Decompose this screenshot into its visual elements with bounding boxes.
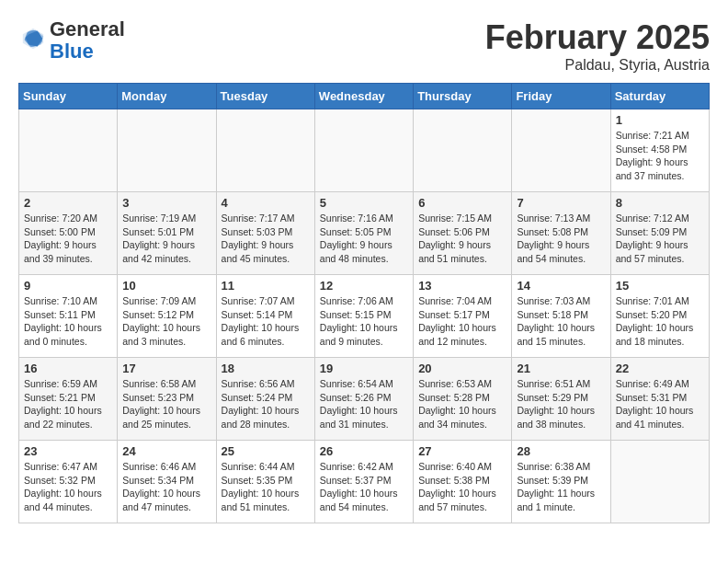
calendar-cell: 14Sunrise: 7:03 AM Sunset: 5:18 PM Dayli… <box>512 275 610 358</box>
calendar-week-row: 23Sunrise: 6:47 AM Sunset: 5:32 PM Dayli… <box>19 441 710 523</box>
calendar-cell: 28Sunrise: 6:38 AM Sunset: 5:39 PM Dayli… <box>512 441 610 523</box>
day-number: 28 <box>517 444 605 458</box>
day-number: 14 <box>517 279 605 293</box>
calendar-cell: 19Sunrise: 6:54 AM Sunset: 5:26 PM Dayli… <box>314 358 413 441</box>
day-info: Sunrise: 7:13 AM Sunset: 5:08 PM Dayligh… <box>517 212 605 266</box>
day-number: 15 <box>616 279 704 293</box>
day-info: Sunrise: 7:12 AM Sunset: 5:09 PM Dayligh… <box>616 212 704 266</box>
day-info: Sunrise: 7:06 AM Sunset: 5:15 PM Dayligh… <box>320 294 408 349</box>
header-monday: Monday <box>118 84 216 109</box>
calendar-cell: 20Sunrise: 6:53 AM Sunset: 5:28 PM Dayli… <box>414 358 512 441</box>
day-info: Sunrise: 6:49 AM Sunset: 5:31 PM Dayligh… <box>616 377 704 431</box>
day-number: 19 <box>320 362 408 375</box>
day-info: Sunrise: 6:47 AM Sunset: 5:32 PM Dayligh… <box>24 460 112 514</box>
calendar-cell <box>216 109 314 192</box>
calendar-cell <box>610 441 709 523</box>
day-info: Sunrise: 7:21 AM Sunset: 4:58 PM Dayligh… <box>616 129 704 183</box>
day-info: Sunrise: 7:16 AM Sunset: 5:05 PM Dayligh… <box>320 212 408 266</box>
header-sunday: Sunday <box>19 84 118 109</box>
location-title: Paldau, Styria, Austria <box>485 57 710 74</box>
logo-blue-text: Blue <box>50 40 94 63</box>
day-number: 21 <box>517 362 605 375</box>
header-saturday: Saturday <box>610 84 709 109</box>
calendar-cell <box>414 109 512 192</box>
calendar-cell: 3Sunrise: 7:19 AM Sunset: 5:01 PM Daylig… <box>118 192 216 275</box>
day-info: Sunrise: 7:19 AM Sunset: 5:01 PM Dayligh… <box>122 212 210 266</box>
calendar-cell: 2Sunrise: 7:20 AM Sunset: 5:00 PM Daylig… <box>19 192 118 275</box>
calendar-cell <box>512 109 610 192</box>
calendar-cell: 15Sunrise: 7:01 AM Sunset: 5:20 PM Dayli… <box>610 275 709 358</box>
day-info: Sunrise: 6:51 AM Sunset: 5:29 PM Dayligh… <box>517 377 605 431</box>
day-info: Sunrise: 7:07 AM Sunset: 5:14 PM Dayligh… <box>222 294 310 349</box>
day-number: 11 <box>222 279 310 293</box>
calendar-cell <box>314 109 413 192</box>
day-info: Sunrise: 7:20 AM Sunset: 5:00 PM Dayligh… <box>24 212 112 266</box>
calendar-cell: 24Sunrise: 6:46 AM Sunset: 5:34 PM Dayli… <box>118 441 216 523</box>
day-info: Sunrise: 7:17 AM Sunset: 5:03 PM Dayligh… <box>222 212 310 266</box>
calendar-cell <box>19 109 118 192</box>
header-tuesday: Tuesday <box>216 84 314 109</box>
day-info: Sunrise: 6:38 AM Sunset: 5:39 PM Dayligh… <box>517 460 605 514</box>
day-number: 13 <box>418 279 506 293</box>
day-number: 1 <box>616 113 704 127</box>
day-number: 3 <box>122 196 210 210</box>
calendar-cell: 5Sunrise: 7:16 AM Sunset: 5:05 PM Daylig… <box>314 192 413 275</box>
calendar-cell: 23Sunrise: 6:47 AM Sunset: 5:32 PM Dayli… <box>19 441 118 523</box>
calendar-week-row: 1Sunrise: 7:21 AM Sunset: 4:58 PM Daylig… <box>19 109 710 192</box>
day-number: 22 <box>616 362 704 375</box>
day-number: 9 <box>24 279 112 293</box>
day-number: 27 <box>418 444 506 458</box>
day-number: 24 <box>122 444 210 458</box>
day-info: Sunrise: 7:03 AM Sunset: 5:18 PM Dayligh… <box>517 294 605 349</box>
calendar-cell <box>118 109 216 192</box>
calendar-week-row: 9Sunrise: 7:10 AM Sunset: 5:11 PM Daylig… <box>19 275 710 358</box>
day-info: Sunrise: 7:10 AM Sunset: 5:11 PM Dayligh… <box>24 294 112 349</box>
calendar-cell: 11Sunrise: 7:07 AM Sunset: 5:14 PM Dayli… <box>216 275 314 358</box>
calendar-cell: 8Sunrise: 7:12 AM Sunset: 5:09 PM Daylig… <box>610 192 709 275</box>
calendar-week-row: 16Sunrise: 6:59 AM Sunset: 5:21 PM Dayli… <box>19 358 710 441</box>
calendar-cell: 26Sunrise: 6:42 AM Sunset: 5:37 PM Dayli… <box>314 441 413 523</box>
calendar-cell: 18Sunrise: 6:56 AM Sunset: 5:24 PM Dayli… <box>216 358 314 441</box>
calendar-cell: 17Sunrise: 6:58 AM Sunset: 5:23 PM Dayli… <box>118 358 216 441</box>
day-info: Sunrise: 7:04 AM Sunset: 5:17 PM Dayligh… <box>418 294 506 349</box>
day-info: Sunrise: 6:40 AM Sunset: 5:38 PM Dayligh… <box>418 460 506 514</box>
day-info: Sunrise: 7:15 AM Sunset: 5:06 PM Dayligh… <box>418 212 506 266</box>
day-number: 2 <box>24 196 112 210</box>
page-header: General Blue February 2025 Paldau, Styri… <box>18 18 710 74</box>
day-info: Sunrise: 6:44 AM Sunset: 5:35 PM Dayligh… <box>222 460 310 514</box>
calendar-cell: 27Sunrise: 6:40 AM Sunset: 5:38 PM Dayli… <box>414 441 512 523</box>
logo-general-text: General <box>50 17 125 40</box>
day-info: Sunrise: 6:42 AM Sunset: 5:37 PM Dayligh… <box>320 460 408 514</box>
calendar-cell: 10Sunrise: 7:09 AM Sunset: 5:12 PM Dayli… <box>118 275 216 358</box>
day-number: 26 <box>320 444 408 458</box>
calendar-week-row: 2Sunrise: 7:20 AM Sunset: 5:00 PM Daylig… <box>19 192 710 275</box>
calendar-cell: 1Sunrise: 7:21 AM Sunset: 4:58 PM Daylig… <box>610 109 709 192</box>
day-number: 7 <box>517 196 605 210</box>
day-number: 16 <box>24 362 112 375</box>
logo: General Blue <box>18 18 125 63</box>
day-number: 8 <box>616 196 704 210</box>
day-info: Sunrise: 7:01 AM Sunset: 5:20 PM Dayligh… <box>616 294 704 349</box>
day-info: Sunrise: 7:09 AM Sunset: 5:12 PM Dayligh… <box>122 294 210 349</box>
day-number: 10 <box>122 279 210 293</box>
header-thursday: Thursday <box>414 84 512 109</box>
calendar-cell: 12Sunrise: 7:06 AM Sunset: 5:15 PM Dayli… <box>314 275 413 358</box>
calendar-cell: 21Sunrise: 6:51 AM Sunset: 5:29 PM Dayli… <box>512 358 610 441</box>
title-block: February 2025 Paldau, Styria, Austria <box>485 18 710 74</box>
day-number: 5 <box>320 196 408 210</box>
month-title: February 2025 <box>485 18 710 57</box>
day-number: 6 <box>418 196 506 210</box>
header-friday: Friday <box>512 84 610 109</box>
day-number: 12 <box>320 279 408 293</box>
day-number: 25 <box>222 444 310 458</box>
calendar-cell: 7Sunrise: 7:13 AM Sunset: 5:08 PM Daylig… <box>512 192 610 275</box>
day-number: 17 <box>122 362 210 375</box>
calendar-cell: 4Sunrise: 7:17 AM Sunset: 5:03 PM Daylig… <box>216 192 314 275</box>
calendar-cell: 22Sunrise: 6:49 AM Sunset: 5:31 PM Dayli… <box>610 358 709 441</box>
day-info: Sunrise: 6:58 AM Sunset: 5:23 PM Dayligh… <box>122 377 210 431</box>
calendar-cell: 13Sunrise: 7:04 AM Sunset: 5:17 PM Dayli… <box>414 275 512 358</box>
day-info: Sunrise: 6:54 AM Sunset: 5:26 PM Dayligh… <box>320 377 408 431</box>
day-info: Sunrise: 6:59 AM Sunset: 5:21 PM Dayligh… <box>24 377 112 431</box>
logo-icon <box>20 26 46 52</box>
header-wednesday: Wednesday <box>314 84 413 109</box>
